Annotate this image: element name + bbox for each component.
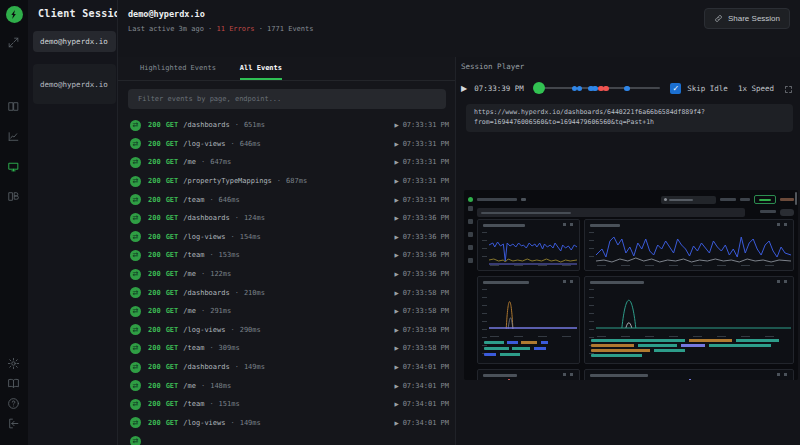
fullscreen-icon[interactable]: [784, 79, 793, 98]
event-row[interactable]: ⇄ 200 GET /me · 291ms ▶ 07:33:58 PM: [118, 302, 455, 321]
endpoint-path: /log-views: [183, 233, 225, 241]
play-from-here-icon[interactable]: ▶: [394, 308, 398, 314]
duration: 646ms: [240, 140, 261, 148]
timestamp: 07:33:31 PM: [403, 196, 449, 204]
status-code: 200: [148, 326, 161, 334]
event-row[interactable]: ⇄ 200 GET /dashboards · 651ms ▶ 07:33:31…: [118, 116, 455, 135]
event-row[interactable]: ⇄ 200 GET /me · 122ms ▶ 07:33:36 PM: [118, 265, 455, 284]
replay-edit-icon: [521, 198, 526, 201]
player-track[interactable]: [536, 81, 660, 95]
event-row[interactable]: ⇄ 200 GET /me · 148ms ▶ 07:34:01 PM: [118, 376, 455, 395]
duration: 151ms: [219, 400, 240, 408]
event-time: ▶ 07:33:58 PM: [394, 326, 449, 334]
event-row[interactable]: ⇄ 200 GET /team · 309ms ▶ 07:33:58 PM: [118, 339, 455, 358]
event-row[interactable]: ⇄ 200 GET /dashboards · 124ms ▶ 07:33:36…: [118, 209, 455, 228]
dashboards-icon[interactable]: [7, 100, 21, 114]
event-row[interactable]: ⇄ 200 GET /team · 153ms ▶ 07:33:36 PM: [118, 246, 455, 265]
settings-gear-icon[interactable]: [7, 357, 21, 371]
http-exchange-icon: ⇄: [130, 194, 141, 205]
event-row[interactable]: ⇄ 200 GET /log-views · 149ms ▶ 07:34:01 …: [118, 414, 455, 433]
service-map-icon[interactable]: [7, 190, 21, 204]
help-icon[interactable]: [7, 397, 21, 411]
separator: ·: [235, 121, 239, 129]
hyperdx-logo-icon[interactable]: [6, 6, 23, 23]
event-row[interactable]: ⇄ 200 GET /dashboards · 210ms ▶ 07:33:58…: [118, 283, 455, 302]
http-exchange-icon: ⇄: [130, 176, 141, 187]
timestamp: 07:33:58 PM: [403, 307, 449, 315]
play-from-here-icon[interactable]: ▶: [394, 141, 398, 147]
separator: ·: [208, 25, 212, 33]
event-filter-input[interactable]: [128, 89, 446, 109]
event-row-partial[interactable]: ⇄: [118, 432, 455, 445]
timeline-event-dot[interactable]: [577, 86, 583, 92]
duration: 122ms: [210, 270, 231, 278]
http-method: GET: [166, 289, 179, 297]
event-row[interactable]: ⇄ 200 GET /propertyTypeMappings · 687ms …: [118, 172, 455, 191]
session-card[interactable]: demo@hyperdx.io: [33, 64, 116, 104]
separator: ·: [209, 251, 213, 259]
speed-button[interactable]: 1x Speed: [738, 84, 774, 93]
play-from-here-icon[interactable]: ▶: [394, 383, 398, 389]
play-from-here-icon[interactable]: ▶: [394, 252, 398, 258]
play-from-here-icon[interactable]: ▶: [394, 345, 398, 351]
play-from-here-icon[interactable]: ▶: [394, 159, 398, 165]
event-time: ▶ 07:33:58 PM: [394, 289, 449, 297]
play-from-here-icon[interactable]: ▶: [394, 401, 398, 407]
expand-arrows-icon[interactable]: [7, 36, 21, 50]
play-button[interactable]: ▶: [461, 84, 467, 93]
event-time: ▶ 07:34:01 PM: [394, 363, 449, 371]
timestamp: 07:34:01 PM: [403, 363, 449, 371]
play-from-here-icon[interactable]: ▶: [394, 234, 398, 240]
separator: ·: [230, 326, 234, 334]
event-row[interactable]: ⇄ 200 GET /team · 646ms ▶ 07:33:31 PM: [118, 190, 455, 209]
timeline-event-dot[interactable]: [624, 86, 630, 92]
event-row[interactable]: ⇄ 200 GET /log-views · 290ms ▶ 07:33:58 …: [118, 321, 455, 340]
errors-count: 11 Errors: [217, 25, 255, 33]
event-row[interactable]: ⇄ 200 GET /me · 647ms ▶ 07:33:31 PM: [118, 153, 455, 172]
event-row[interactable]: ⇄ 200 GET /log-views · 154ms ▶ 07:33:36 …: [118, 228, 455, 247]
replay-scrollbar[interactable]: [795, 192, 798, 205]
tab-all-events[interactable]: All Events: [240, 64, 282, 80]
http-exchange-icon: ⇄: [130, 157, 141, 168]
event-row[interactable]: ⇄ 200 GET /log-views · 646ms ▶ 07:33:31 …: [118, 135, 455, 154]
tab-highlighted-events[interactable]: Highlighted Events: [140, 64, 216, 80]
event-row[interactable]: ⇄ 200 GET /team · 151ms ▶ 07:34:01 PM: [118, 395, 455, 414]
play-from-here-icon[interactable]: ▶: [394, 271, 398, 277]
status-code: 200: [148, 289, 161, 297]
status-code: 200: [148, 233, 161, 241]
play-from-here-icon[interactable]: ▶: [394, 364, 398, 370]
play-from-here-icon[interactable]: ▶: [394, 122, 398, 128]
play-from-here-icon[interactable]: ▶: [394, 215, 398, 221]
separator: ·: [259, 25, 263, 33]
play-from-here-icon[interactable]: ▶: [394, 327, 398, 333]
logout-icon[interactable]: [7, 417, 21, 431]
replay-filters-label: [760, 210, 776, 213]
play-from-here-icon[interactable]: ▶: [394, 420, 398, 426]
play-from-here-icon[interactable]: ▶: [394, 290, 398, 296]
timestamp: 07:33:58 PM: [403, 344, 449, 352]
play-from-here-icon[interactable]: ▶: [394, 178, 398, 184]
timeline-event-dot[interactable]: [603, 86, 609, 92]
session-card-selected[interactable]: demo@hyperdx.io: [33, 31, 116, 52]
event-time: ▶ 07:33:31 PM: [394, 158, 449, 166]
client-sessions-icon[interactable]: [7, 160, 21, 174]
http-exchange-icon: ⇄: [130, 287, 141, 298]
replay-chart-panel: [584, 219, 794, 271]
play-from-here-icon[interactable]: ▶: [394, 197, 398, 203]
status-code: 200: [148, 344, 161, 352]
replay-link-placeholder: [740, 198, 750, 201]
skip-idle-checkbox[interactable]: ✓: [670, 83, 681, 94]
replay-toggle: [780, 209, 794, 216]
docs-book-icon[interactable]: [7, 377, 21, 391]
http-method: GET: [166, 382, 179, 390]
event-list: ⇄ 200 GET /dashboards · 651ms ▶ 07:33:31…: [118, 114, 455, 445]
event-time: ▶ 07:33:31 PM: [394, 121, 449, 129]
event-row[interactable]: ⇄ 200 GET /dashboards · 149ms ▶ 07:34:01…: [118, 358, 455, 377]
scrubber-knob[interactable]: [533, 82, 545, 94]
session-card-label: demo@hyperdx.io: [40, 37, 108, 46]
http-method: GET: [166, 177, 179, 185]
chart-icon[interactable]: [7, 130, 21, 144]
timestamp: 07:33:58 PM: [403, 326, 449, 334]
share-session-button[interactable]: Share Session: [704, 8, 790, 29]
current-time: 07:33:39 PM: [474, 84, 524, 93]
